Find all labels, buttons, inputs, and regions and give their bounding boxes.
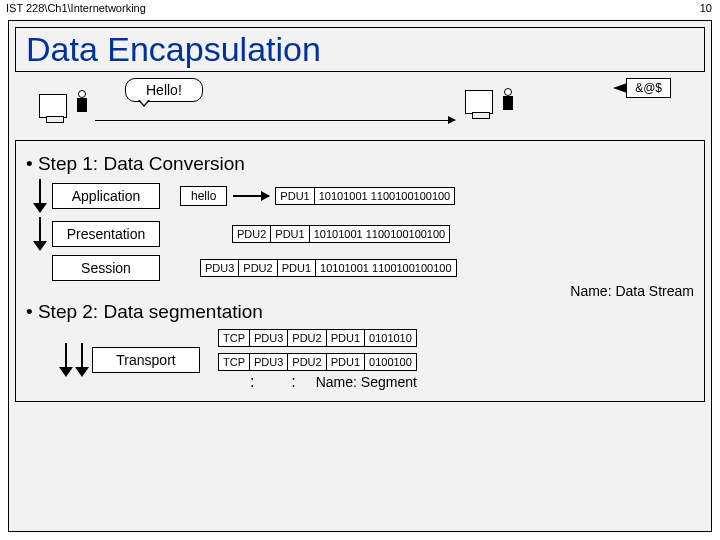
step2-heading: • Step 2: Data segmentation [26,301,694,323]
pdu1-label: PDU1 [327,353,365,371]
layer-session: Session [52,255,160,281]
speech-bubble-garbled: &@$ [626,78,671,98]
layer-application: Application [52,183,160,209]
person-icon [75,90,89,120]
data-stream-label: Name: Data Stream [26,283,694,299]
binary-data: 0101010 [365,329,417,347]
tcp-label: TCP [218,353,250,371]
down-arrow-icon [33,179,47,213]
pdu2-label: PDU2 [239,259,277,277]
layer-transport: Transport [92,347,200,373]
person-icon [501,88,515,118]
pdu1-label: PDU1 [278,259,316,277]
garble-text: &@$ [635,81,662,95]
segment-label: Name: Segment [316,374,417,390]
step1-heading: • Step 1: Data Conversion [26,153,694,175]
down-arrow-icon [59,343,73,377]
ellipsis-icon: : [285,373,301,391]
slide-title: Data Encapsulation [15,27,705,72]
slide-frame: Data Encapsulation Hello! &@$ • Step 1: … [8,20,712,532]
binary-data: 10101001 1100100100100 [316,259,457,277]
computer-icon [465,90,493,118]
pdu2-label: PDU2 [288,329,326,347]
communication-illustration: Hello! &@$ [19,76,701,136]
down-arrow-icon [75,343,89,377]
computer-icon [39,94,67,122]
layer-presentation: Presentation [52,221,160,247]
right-arrow-icon [233,195,269,197]
pdu3-label: PDU3 [200,259,239,277]
segment-row-2: TCP PDU3 PDU2 PDU1 0100100 [218,353,417,371]
binary-data: 0100100 [365,353,417,371]
binary-data: 10101001 1100100100100 [310,225,451,243]
page-number: 10 [700,2,712,14]
steps-frame: • Step 1: Data Conversion Application he… [15,140,705,402]
binary-data: 10101001 1100100100100 [315,187,456,205]
speech-text: Hello! [146,82,182,98]
segment-row-1: TCP PDU3 PDU2 PDU1 0101010 [218,329,417,347]
breadcrumb: IST 228\Ch1\Internetworking [0,0,720,16]
transmission-line [95,120,455,121]
pdu1-label: PDU1 [275,187,314,205]
ellipsis-icon: : [244,373,260,391]
tcp-label: TCP [218,329,250,347]
pdu3-label: PDU3 [250,329,288,347]
pdu-row-app: PDU1 10101001 1100100100100 [275,187,455,205]
pdu2-label: PDU2 [232,225,271,243]
pdu3-label: PDU3 [250,353,288,371]
pdu-row-sess: PDU3 PDU2 PDU1 10101001 1100100100100 [200,259,457,277]
pdu1-label: PDU1 [271,225,309,243]
pdu2-label: PDU2 [288,353,326,371]
down-arrow-icon [33,217,47,251]
pdu1-label: PDU1 [327,329,365,347]
pdu-row-pres: PDU2 PDU1 10101001 1100100100100 [232,225,450,243]
speech-bubble-hello: Hello! [125,78,203,102]
data-hello: hello [180,186,227,206]
